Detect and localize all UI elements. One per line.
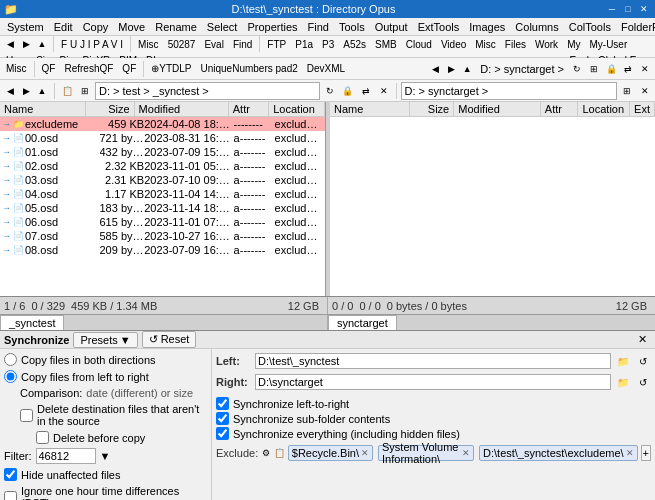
right-path-browse[interactable]: 📁: [615, 374, 631, 390]
table-row[interactable]: → 📄 02.osd 2.32 KB 2023-11-01 05:56:09.0…: [0, 159, 325, 173]
tb-ftp[interactable]: FTP: [263, 37, 290, 52]
table-row[interactable]: → 📁 excludeme 459 KB 2024-04-08 18:28:40…: [0, 117, 325, 131]
right-col-ext[interactable]: Ext: [630, 102, 655, 116]
right-refresh[interactable]: ↻: [569, 61, 585, 77]
menu-system[interactable]: System: [2, 20, 49, 34]
col-location[interactable]: Location: [269, 102, 325, 116]
tb-a52s[interactable]: A52s: [339, 37, 370, 52]
tb2-qf[interactable]: QF: [38, 61, 60, 76]
sync-subfolders-checkbox[interactable]: [216, 412, 229, 425]
menu-output[interactable]: Output: [370, 20, 413, 34]
tb2-qf2[interactable]: QF: [118, 61, 140, 76]
table-row[interactable]: → 📄 06.osd 615 bytes 2023-11-01 07:00:06…: [0, 215, 325, 229]
close-button[interactable]: ✕: [637, 2, 651, 16]
menu-coltools[interactable]: ColTools: [564, 20, 616, 34]
tb-misc[interactable]: Misc: [134, 37, 163, 52]
tb-50287[interactable]: 50287: [164, 37, 200, 52]
tb-misc2[interactable]: Misc: [471, 37, 500, 52]
exclude-add-icon[interactable]: 📋: [274, 445, 285, 461]
menu-copy[interactable]: Copy: [78, 20, 114, 34]
table-row[interactable]: → 📄 04.osd 1.17 KB 2023-11-04 14:28:09.1…: [0, 187, 325, 201]
delete-before-checkbox[interactable]: [36, 431, 49, 444]
tb-find[interactable]: Find: [229, 37, 256, 52]
table-row[interactable]: → 📄 07.osd 585 bytes 2023-10-27 16:38:37…: [0, 229, 325, 243]
left-swap[interactable]: ⇄: [358, 83, 374, 99]
left-tab[interactable]: _synctest: [0, 315, 64, 330]
tb-work[interactable]: Work: [531, 37, 562, 52]
left-address-box[interactable]: D: > test > _synctest >: [95, 82, 320, 100]
table-row[interactable]: → 📄 00.osd 721 bytes 2023-08-31 16:45:57…: [0, 131, 325, 145]
exclude-tag-recycle-remove[interactable]: ✕: [361, 448, 369, 458]
right-col-location[interactable]: Location: [578, 102, 630, 116]
exclude-add-button[interactable]: +: [641, 445, 651, 461]
menu-folderfilter[interactable]: FolderFilter: [616, 20, 655, 34]
menu-find[interactable]: Find: [303, 20, 334, 34]
menu-select[interactable]: Select: [202, 20, 243, 34]
minimize-button[interactable]: ─: [605, 2, 619, 16]
exclude-options-icon[interactable]: ⚙: [261, 445, 271, 461]
left-options-icon[interactable]: ⊞: [77, 83, 93, 99]
sync-ltr-checkbox[interactable]: [216, 397, 229, 410]
right-tab[interactable]: synctarget: [328, 315, 397, 330]
exclude-tag-excludeme-remove[interactable]: ✕: [626, 448, 634, 458]
right-pane-btn[interactable]: ⊞: [619, 83, 635, 99]
back-button[interactable]: ◀: [2, 36, 18, 52]
left-refresh[interactable]: ↻: [322, 83, 338, 99]
tb-video[interactable]: Video: [437, 37, 470, 52]
tb-smb[interactable]: SMB: [371, 37, 401, 52]
table-row[interactable]: → 📄 01.osd 432 bytes 2023-07-09 15:46:44…: [0, 145, 325, 159]
tb2-uniquenumbers[interactable]: UniqueNumbers pad2: [196, 61, 301, 76]
menu-columns[interactable]: Columns: [510, 20, 563, 34]
left-fwd[interactable]: ▶: [18, 83, 34, 99]
filter-input[interactable]: [36, 448, 96, 464]
copy-both-radio[interactable]: [4, 353, 17, 366]
right-col-attr[interactable]: Attr: [541, 102, 579, 116]
sync-close-button[interactable]: ✕: [634, 333, 651, 346]
right-col-size[interactable]: Size: [410, 102, 455, 116]
table-row[interactable]: → 📄 08.osd 209 bytes 2023-07-09 16:44:47…: [0, 243, 325, 257]
left-up[interactable]: ▲: [34, 83, 50, 99]
left-pane-close[interactable]: ✕: [376, 83, 392, 99]
filter-dropdown-icon[interactable]: ▼: [100, 450, 111, 462]
menu-move[interactable]: Move: [113, 20, 150, 34]
menu-images[interactable]: Images: [464, 20, 510, 34]
right-forward-button[interactable]: ▶: [443, 61, 459, 77]
right-options[interactable]: ⊞: [586, 61, 602, 77]
delete-dest-checkbox[interactable]: [20, 409, 33, 422]
tb-myuser[interactable]: My-User: [585, 37, 631, 52]
right-col-modified[interactable]: Modified: [454, 102, 541, 116]
right-swap[interactable]: ⇄: [620, 61, 636, 77]
right-up-button[interactable]: ▲: [459, 61, 475, 77]
tb-files[interactable]: Files: [501, 37, 530, 52]
tb2-refreshqf[interactable]: RefreshQF: [60, 61, 117, 76]
tb-my[interactable]: My: [563, 37, 584, 52]
left-lock[interactable]: 🔒: [340, 83, 356, 99]
exclude-tag-sysinfo-remove[interactable]: ✕: [462, 448, 470, 458]
ignore-dst-checkbox[interactable]: [4, 491, 17, 501]
maximize-button[interactable]: □: [621, 2, 635, 16]
up-button[interactable]: ▲: [34, 36, 50, 52]
tb2-misc[interactable]: Misc: [2, 61, 31, 76]
tb2-ytdlp[interactable]: ⊕YTDLP: [147, 61, 195, 76]
left-path-browse[interactable]: 📁: [615, 353, 631, 369]
tb2-devxml[interactable]: DevXML: [303, 61, 349, 76]
left-path-arrow[interactable]: ↺: [635, 353, 651, 369]
right-address-box[interactable]: D: > synctarget >: [401, 82, 618, 100]
sync-everything-checkbox[interactable]: [216, 427, 229, 440]
right-back-button[interactable]: ◀: [427, 61, 443, 77]
tb-cloud[interactable]: Cloud: [402, 37, 436, 52]
table-row[interactable]: → 📄 05.osd 183 bytes 2023-11-14 18:02:05…: [0, 201, 325, 215]
col-size[interactable]: Size: [86, 102, 134, 116]
right-path-arrow[interactable]: ↺: [635, 374, 651, 390]
table-row[interactable]: → 📄 03.osd 2.31 KB 2023-07-10 09:37:58.9…: [0, 173, 325, 187]
left-copy-icon[interactable]: 📋: [59, 83, 75, 99]
menu-rename[interactable]: Rename: [150, 20, 202, 34]
copy-ltr-radio[interactable]: [4, 370, 17, 383]
tb-eval[interactable]: Eval: [200, 37, 227, 52]
left-back[interactable]: ◀: [2, 83, 18, 99]
tb-fujipavi[interactable]: F U J I P A V I: [57, 37, 127, 52]
col-name[interactable]: Name: [0, 102, 86, 116]
col-attr[interactable]: Attr: [229, 102, 269, 116]
col-modified[interactable]: Modified: [135, 102, 229, 116]
presets-button[interactable]: Presets ▼: [73, 332, 137, 348]
